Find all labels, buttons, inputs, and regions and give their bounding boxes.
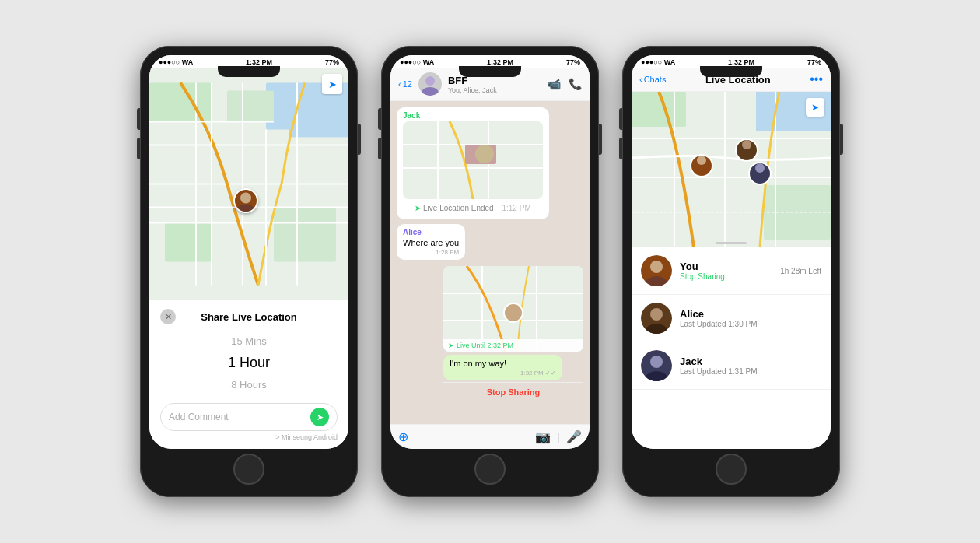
back-chevron-icon: ‹ [639,75,642,84]
volume-up-button[interactable] [619,108,622,130]
person-info-you: You Stop Sharing [680,261,772,281]
message-time: 1:28 PM [403,249,459,256]
camera-icon[interactable]: 📷 [535,429,551,444]
phone-3: ●●●○○ WA 1:32 PM 77% ‹ Chats Live Locati… [622,46,840,497]
carrier-signal: ●●●○○ WA [400,58,434,66]
duration-1hour[interactable]: 1 Hour [160,350,338,375]
navigation-icon[interactable]: ➤ [806,98,824,117]
svg-point-33 [504,303,523,322]
video-call-icon[interactable]: 📹 [548,78,561,90]
clock: 1:32 PM [246,58,272,66]
sender-name: Alice [403,228,459,236]
back-label: Chats [644,75,667,84]
comment-row: Add Comment ➤ [160,403,338,431]
live-location-ended-label: ➤ Live Location Ended 1:12 PM [403,201,543,215]
home-button[interactable] [474,454,506,485]
battery: 77% [566,58,580,66]
avatar-jack [641,350,672,381]
svg-point-47 [742,140,751,149]
duration-15mins[interactable]: 15 Mins [160,332,338,350]
person-info-alice: Alice Last Updated 1:30 PM [680,308,821,328]
phone-2: ●●●○○ WA 1:32 PM 77% ‹ 12 BFF You, Alice… [381,46,599,497]
map-view[interactable]: ➤ [149,68,348,300]
message-jack-map: Jack ➤ Live Location Ended [397,107,549,219]
live-location-map[interactable]: ➤ [632,92,831,247]
volume-down-button[interactable] [378,138,381,159]
time-remaining: 1h 28m Left [780,267,821,275]
sender-name: Jack [403,111,543,120]
person-name: Alice [680,308,821,320]
microphone-icon[interactable]: 🎤 [566,429,582,444]
close-icon: ✕ [165,312,172,322]
message-time: 1:32 PM ✓✓ [450,370,556,377]
notch [459,66,521,77]
send-icon: ➤ [317,412,324,422]
notch [218,66,280,77]
svg-point-27 [475,145,494,163]
chat-toolbar: ⊕ 📷 | 🎤 [390,424,590,449]
live-location-map[interactable]: ➤ Live Until 2:32 PM [443,266,583,352]
live-until-label: ➤ Live Until 2:32 PM [443,339,583,352]
divider: | [557,431,560,443]
more-options-button[interactable]: ••• [810,72,823,86]
chat-action-icons: 📹 📞 [548,78,582,90]
battery: 77% [807,58,821,66]
send-button[interactable]: ➤ [310,408,329,426]
svg-point-49 [755,163,765,173]
volume-up-button[interactable] [137,108,140,130]
scroll-indicator [716,242,747,244]
voice-call-icon[interactable]: 📞 [569,78,582,90]
svg-rect-3 [149,82,212,121]
back-chevron-icon: ‹ [398,79,401,89]
svg-rect-4 [227,90,274,121]
person-info-jack: Jack Last Updated 1:31 PM [680,356,821,376]
message-text: Where are you [403,238,459,247]
volume-down-button[interactable] [137,138,140,159]
back-button[interactable]: ‹ 12 [398,79,412,89]
person-last-updated: Last Updated 1:30 PM [680,320,821,328]
svg-point-45 [697,156,706,165]
volume-up-button[interactable] [378,108,381,130]
chat-messages: Jack ➤ Live Location Ended [390,101,590,424]
phone-1: ●●●○○ WA 1:32 PM 77% [140,46,358,497]
map-thumbnail-jack[interactable] [403,121,543,199]
duration-list: 15 Mins 1 Hour 8 Hours [160,329,338,397]
people-list: You Stop Sharing 1h 28m Left Alice Last … [632,247,831,449]
message-text: I'm on my way! [450,359,556,368]
home-button[interactable] [716,454,747,485]
stop-sharing-button[interactable]: Stop Sharing [443,382,583,401]
add-comment-input[interactable]: Add Comment [169,412,306,422]
location-share-icon: ➤ [448,342,454,349]
group-avatar [418,72,442,96]
svg-point-17 [240,193,251,204]
svg-point-57 [650,356,663,368]
person-last-updated: Last Updated 1:31 PM [680,367,821,376]
carrier-signal: ●●●○○ WA [159,58,193,66]
phone-screen: ●●●○○ WA 1:32 PM 77% [149,55,348,449]
duration-8hours[interactable]: 8 Hours [160,376,338,394]
svg-rect-5 [165,222,212,261]
power-button[interactable] [599,124,602,155]
svg-point-18 [238,204,254,212]
avatar-you [641,255,672,286]
svg-point-51 [650,261,663,273]
clock: 1:32 PM [728,58,754,66]
share-live-location-panel: ✕ Share Live Location 15 Mins 1 Hour 8 H… [149,300,348,449]
add-attachment-icon[interactable]: ⊕ [398,429,408,444]
clock: 1:32 PM [487,58,513,66]
footer-label: > Minseung Android [160,431,338,441]
person-status-stop-sharing[interactable]: Stop Sharing [680,272,772,281]
close-button[interactable]: ✕ [160,309,176,324]
person-row-alice: Alice Last Updated 1:30 PM [632,295,831,342]
navigation-icon[interactable]: ➤ [322,74,342,94]
carrier-signal: ●●●○○ WA [641,58,675,66]
share-title: Share Live Location [201,311,297,323]
home-button[interactable] [233,454,264,485]
back-to-chats-button[interactable]: ‹ Chats [639,75,666,84]
person-name: You [680,261,772,272]
volume-down-button[interactable] [619,138,622,159]
svg-rect-36 [632,92,686,127]
power-button[interactable] [840,124,843,155]
power-button[interactable] [358,124,361,155]
back-label: 12 [403,79,412,89]
